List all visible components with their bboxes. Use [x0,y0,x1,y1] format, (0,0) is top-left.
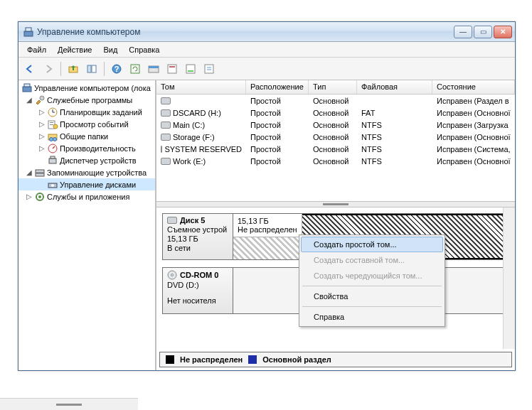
tree-label: Управление дисками [60,180,136,189]
disk5-info[interactable]: Диск 5 Съемное устрой 15,13 ГБ В сети [162,213,233,260]
action-1-button[interactable] [164,60,181,77]
tree-label: Службы и приложения [47,193,129,201]
volume-row[interactable]: DSCARD (H:)ПростойОсновнойFATИсправен (О… [156,107,515,119]
volume-icon [161,134,171,141]
titlebar[interactable]: Управление компьютером — ▭ ✕ [18,22,515,42]
expand-icon[interactable]: ▷ [38,120,46,128]
svg-rect-34 [36,170,44,173]
toolbar: ? [18,58,515,80]
volume-row[interactable]: Work (E:)ПростойОсновнойNTFSИсправен (Ос… [156,155,515,167]
svg-point-39 [38,195,41,198]
tree-event-viewer[interactable]: ▷ Просмотр событий [18,118,155,130]
cdrom-icon [167,270,177,280]
tree-performance[interactable]: ▷ Производительность [18,142,155,154]
collapse-icon[interactable]: ◢ [26,168,33,176]
cdrom-info[interactable]: CD-ROM 0 DVD (D:) Нет носителя [162,267,233,314]
expand-icon[interactable]: ▷ [38,132,46,140]
unallocated-partition[interactable]: 15,13 ГБ Не распределен [233,214,302,237]
tree-label: Просмотр событий [60,120,129,129]
volume-icon [161,109,171,117]
close-button[interactable]: ✕ [494,26,512,38]
svg-rect-11 [169,66,175,68]
tree-task-scheduler[interactable]: ▷ Планировщик заданий [18,106,155,118]
disk5-size: 15,13 ГБ [167,234,228,243]
tree-label: Общие папки [60,132,108,141]
help-button[interactable]: ? [108,60,125,77]
svg-point-26 [53,124,58,129]
volume-row[interactable]: SYSTEM RESERVEDПростойОсновнойNTFSИсправ… [156,143,515,155]
volume-row[interactable]: Storage (F:)ПростойОсновнойNTFSИсправен … [156,131,515,143]
context-menu: Создать простой том... Создать составной… [299,234,445,327]
svg-point-19 [40,96,44,100]
volume-list-header: Том Расположение Тип Файловая система Со… [156,80,515,95]
minimize-button[interactable]: — [454,26,472,38]
volume-list[interactable]: ПростойОсновнойИсправен (Раздел в DSCARD… [156,95,515,201]
svg-rect-12 [186,65,195,73]
show-hide-button[interactable] [83,60,100,77]
col-volume[interactable]: Том [156,80,246,94]
expand-icon[interactable]: ▷ [38,144,46,152]
window-title: Управление компьютером [37,27,454,37]
tree-system-tools[interactable]: ◢ Служебные программы [18,94,155,106]
svg-point-37 [51,184,54,187]
svg-rect-3 [87,65,91,72]
maximize-button[interactable]: ▭ [474,26,492,38]
settings-button[interactable] [145,60,162,77]
svg-rect-13 [188,70,193,72]
tree-shared-folders[interactable]: ▷ Общие папки [18,130,155,142]
svg-rect-10 [168,65,176,73]
volume-icon [161,97,171,104]
menu-create-simple-volume[interactable]: Создать простой том... [301,237,443,252]
col-status[interactable]: Состояние [432,80,515,94]
svg-rect-18 [24,84,30,87]
horizontal-splitter[interactable] [156,201,515,207]
event-icon [47,119,58,130]
menu-action[interactable]: Действие [52,43,97,56]
volume-row[interactable]: ПростойОсновнойИсправен (Раздел в [156,95,515,107]
col-layout[interactable]: Расположение [246,80,309,94]
volume-row[interactable]: Main (C:)ПростойОсновнойNTFSИсправен (За… [156,119,515,131]
up-level-button[interactable] [65,60,82,77]
tree-device-manager[interactable]: Диспетчер устройств [18,154,155,166]
menu-separator [302,286,442,286]
menu-view[interactable]: Вид [97,43,123,56]
device-icon [47,155,58,166]
menu-properties[interactable]: Свойства [301,288,443,304]
menu-help[interactable]: Справка [301,309,443,325]
disk-mgmt-icon [47,179,58,190]
tree-disk-management[interactable]: Управление дисками [18,178,155,190]
computer-icon [21,82,33,94]
col-filesystem[interactable]: Файловая система [357,80,432,94]
tree-label: Служебные программы [47,96,132,104]
tree-root[interactable]: Управление компьютером (лока [18,82,155,94]
collapse-icon[interactable]: ◢ [26,96,33,104]
tree-storage[interactable]: ◢ Запоминающие устройства [18,166,155,178]
svg-rect-7 [131,65,139,73]
tree-services-apps[interactable]: ▷ Службы и приложения [18,190,155,203]
nav-forward-button[interactable] [40,60,57,77]
tree-label: Управление компьютером (лока [34,84,151,92]
folder-share-icon [47,131,58,142]
navigation-tree[interactable]: Управление компьютером (лока ◢ Служебные… [18,80,156,370]
clock-icon [47,107,58,118]
disk-icon [167,217,177,224]
col-type[interactable]: Тип [309,80,357,94]
expand-icon[interactable]: ▷ [38,108,46,116]
volume-icon [161,158,171,165]
tree-label: Диспетчер устройств [60,156,137,165]
nav-back-button[interactable] [21,60,38,77]
expand-icon[interactable]: ▷ [26,193,33,200]
tree-label: Планировщик заданий [60,108,142,117]
app-window: Управление компьютером — ▭ ✕ Файл Действ… [18,21,516,371]
svg-rect-25 [50,124,53,125]
refresh-button[interactable] [127,60,144,77]
vertical-scrollbar[interactable] [503,207,515,349]
legend-unallocated: Не распределен [180,355,243,364]
tools-icon [34,95,46,106]
legend-swatch-primary [248,355,257,364]
menu-help[interactable]: Справка [123,43,165,56]
menu-file[interactable]: Файл [21,43,52,56]
action-2-button[interactable] [182,60,199,77]
properties-button[interactable] [201,60,218,77]
menu-separator [302,306,442,307]
